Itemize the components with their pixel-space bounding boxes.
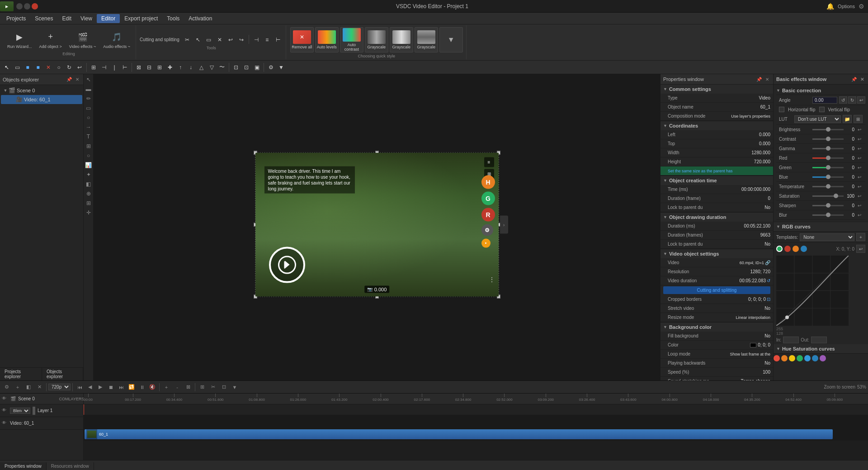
temperature-slider[interactable]	[812, 186, 844, 187]
video60-item[interactable]: 🎥 Video: 60_1	[1, 95, 82, 104]
maximize-button[interactable]	[24, 3, 30, 9]
drawing-header[interactable]: ▼ Object drawing duration	[660, 213, 773, 222]
lasso-sidebar[interactable]: ○	[84, 151, 93, 160]
video-effects-button[interactable]: 🎬 Video effects ~	[66, 29, 99, 51]
crop2-tool[interactable]: ⊡	[241, 62, 251, 72]
auto-contrast-btn[interactable]: Auto contrast	[340, 27, 363, 52]
crop3-tool[interactable]: ▣	[252, 62, 262, 72]
undo-tool[interactable]: ↩	[75, 62, 85, 72]
menu-edit[interactable]: Edit	[57, 14, 76, 23]
hue-cyan[interactable]	[804, 355, 811, 361]
properties-pin[interactable]: 📌	[756, 76, 762, 82]
crop-tool[interactable]: ⊡	[231, 62, 241, 72]
transform-sidebar[interactable]: ✦	[84, 170, 93, 179]
video-action-g[interactable]: G	[481, 191, 495, 205]
blue-rect1[interactable]: ■	[23, 62, 33, 72]
video-object-header[interactable]: ▼ Video object settings	[660, 249, 773, 258]
canvas-expand-right[interactable]: ›	[500, 215, 508, 233]
contrast-reset[interactable]: ↩	[856, 136, 863, 142]
pin-button[interactable]: 📌	[66, 76, 72, 83]
grayscale3-btn[interactable]: Grayscale	[415, 27, 438, 52]
distribute-h[interactable]: ⊠	[134, 62, 144, 72]
remove-all-btn[interactable]: ✕ Remove all	[290, 27, 314, 52]
resources-window-tab[interactable]: Resources window	[47, 462, 94, 470]
horizontal-flip-checkbox[interactable]	[779, 107, 784, 112]
arrow-up2[interactable]: △	[196, 62, 206, 72]
crop-icon[interactable]: ⊡	[767, 297, 770, 302]
auto-levels-btn[interactable]: Auto levels	[315, 27, 339, 52]
angle-input[interactable]	[812, 97, 837, 104]
blur-reset[interactable]: ↩	[856, 212, 863, 218]
in-input[interactable]	[783, 337, 799, 343]
menu-view[interactable]: View	[76, 14, 97, 23]
brightness-reset[interactable]: ↩	[856, 126, 863, 133]
cutting-btn[interactable]: Cutting and splitting	[663, 286, 770, 294]
grid-tool[interactable]: ⊞	[89, 62, 99, 72]
arrow-down2[interactable]: ▽	[207, 62, 217, 72]
rotate-tool[interactable]: ↻	[64, 62, 74, 72]
basic-effects-close[interactable]: ✕	[859, 76, 865, 82]
green-channel-dot[interactable]	[776, 246, 783, 252]
tl-skip-start[interactable]: ⏮	[75, 382, 85, 392]
plus-tool[interactable]: ✚	[165, 62, 175, 72]
wave-tool[interactable]: 〜	[217, 62, 227, 72]
move-sidebar[interactable]: ✛	[84, 208, 93, 217]
gamma-reset[interactable]: ↩	[856, 145, 863, 152]
select-rect-tool[interactable]: ▭	[12, 62, 22, 72]
menu-scenes[interactable]: Scenes	[30, 14, 57, 23]
menu-projects[interactable]: Projects	[2, 14, 30, 23]
coordinates-header[interactable]: ▼ Coordinates	[660, 121, 773, 130]
curves-canvas[interactable]	[776, 256, 849, 326]
properties-close[interactable]: ✕	[764, 76, 770, 82]
blur-thumb[interactable]	[826, 213, 830, 217]
hue-magenta[interactable]	[820, 355, 826, 361]
tl-zoom-in[interactable]: +	[161, 382, 171, 392]
video-action-r[interactable]: R	[481, 208, 495, 221]
video-refresh-icon[interactable]: ↺	[767, 278, 770, 283]
redo-btn[interactable]: ↪	[236, 35, 246, 45]
contrast-slider[interactable]	[812, 138, 844, 140]
grid-sidebar[interactable]: ⊞	[84, 142, 93, 151]
layer-sidebar[interactable]: ◧	[84, 180, 93, 189]
tl-more[interactable]: ▼	[230, 382, 240, 392]
blend-select[interactable]: Blend	[10, 408, 30, 414]
tl-add-btn[interactable]: +	[13, 382, 23, 392]
stats-sidebar[interactable]: ⊞	[84, 199, 93, 208]
temperature-thumb[interactable]	[826, 184, 830, 189]
blue-reset[interactable]: ↩	[856, 174, 863, 180]
film-sidebar[interactable]: ▬	[84, 85, 93, 94]
ellipse-sidebar[interactable]: ○	[84, 113, 93, 122]
brightness-slider[interactable]	[812, 129, 844, 130]
green-reset[interactable]: ↩	[856, 164, 863, 171]
contrast-thumb[interactable]	[826, 137, 830, 141]
tl-fit[interactable]: ⊠	[183, 382, 193, 392]
tl-marker[interactable]: ⊞	[197, 382, 207, 392]
video-link-icon[interactable]: 🔗	[765, 260, 770, 265]
menu-export[interactable]: Export project	[120, 14, 162, 23]
hue-orange[interactable]	[781, 355, 788, 361]
red-x-tool[interactable]: ✕	[43, 62, 53, 72]
tl-mute[interactable]: 🔇	[147, 382, 157, 392]
align-right-btn[interactable]: ⊢	[273, 35, 283, 45]
blend-eye-btn[interactable]: 👁	[2, 408, 8, 414]
fx-sidebar[interactable]: ⊕	[84, 189, 93, 198]
red-slider[interactable]	[812, 157, 844, 159]
more-styles-btn[interactable]: ▼	[439, 27, 463, 52]
cut-btn[interactable]: ✂	[182, 35, 192, 45]
red-channel-dot[interactable]	[784, 246, 791, 252]
green-thumb[interactable]	[826, 165, 830, 170]
resolution-select[interactable]: 720p	[48, 384, 71, 390]
video-eye-btn[interactable]: 👁	[2, 420, 8, 427]
sharpen-thumb[interactable]	[826, 203, 830, 208]
angle-right-btn[interactable]: ↻	[848, 96, 856, 104]
align-l[interactable]: ⊣	[99, 62, 109, 72]
background-color-header[interactable]: ▼ Background color	[660, 323, 773, 332]
orange-channel-dot[interactable]	[793, 246, 799, 252]
minimize-button[interactable]	[16, 3, 23, 9]
temperature-reset[interactable]: ↩	[856, 183, 863, 190]
tl-cut[interactable]: ✂	[208, 382, 218, 392]
rect-sidebar[interactable]: ▭	[84, 104, 93, 113]
more-tool[interactable]: ▼	[276, 62, 286, 72]
select-btn[interactable]: ▭	[204, 35, 214, 45]
angle-reset-btn[interactable]: ↩	[857, 96, 865, 104]
